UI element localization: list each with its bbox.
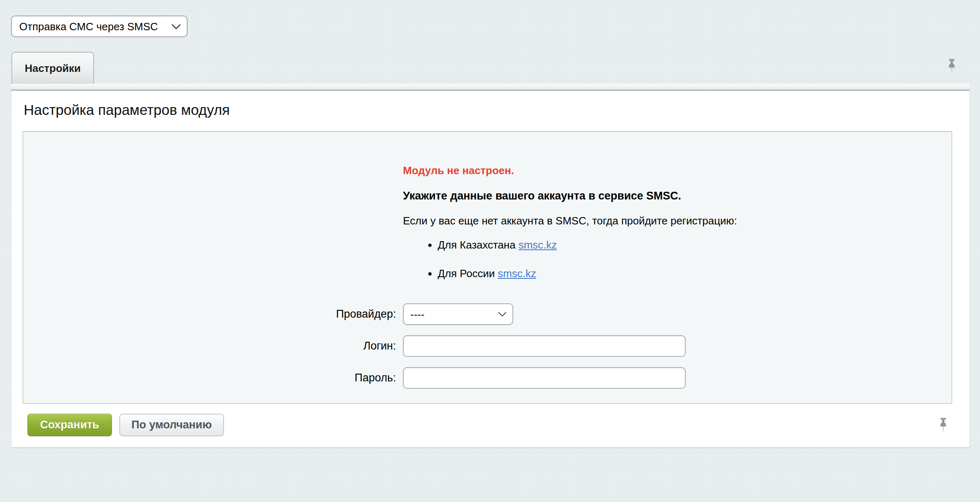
settings-box: Модуль не настроен. Укажите данные вашег… xyxy=(22,131,952,404)
pushpin-icon[interactable] xyxy=(948,59,956,75)
module-selector[interactable]: Отправка СМС через SMSC xyxy=(11,16,188,37)
content-panel: Настройка параметров модуля Модуль не на… xyxy=(11,91,970,448)
registration-hint: Если у вас еще нет аккаунта в SMSC, тогд… xyxy=(403,215,935,227)
tab-strip xyxy=(11,84,970,91)
save-button[interactable]: Сохранить xyxy=(27,414,112,436)
instruction-message: Укажите данные вашего аккаунта в сервисе… xyxy=(403,190,935,202)
list-item: Для Казахстана smsc.kz xyxy=(438,239,935,251)
smsc-kz-link[interactable]: smsc.kz xyxy=(519,239,557,251)
default-button[interactable]: По умолчанию xyxy=(119,414,224,436)
login-row: Логин: xyxy=(23,335,951,357)
error-message: Модуль не настроен. xyxy=(403,164,935,177)
login-input[interactable] xyxy=(403,335,686,357)
action-buttons: Сохранить По умолчанию xyxy=(27,414,224,436)
provider-label: Провайдер: xyxy=(23,308,403,320)
notice-block: Модуль не настроен. Укажите данные вашег… xyxy=(403,164,935,280)
provider-row: Провайдер: ---- xyxy=(23,303,951,325)
provider-select-wrap: ---- xyxy=(403,303,513,325)
login-label: Логин: xyxy=(23,340,403,352)
module-selector-wrap: Отправка СМС через SMSC xyxy=(11,16,188,37)
smsc-kz-link[interactable]: smsc.kz xyxy=(498,267,536,280)
tab-settings[interactable]: Настройки xyxy=(11,52,94,84)
page-title: Настройка параметров модуля xyxy=(24,102,230,118)
tab-settings-label: Настройки xyxy=(25,62,81,75)
registration-links-list: Для Казахстана smsc.kz Для России smsc.k… xyxy=(403,239,935,280)
link-prefix: Для Казахстана xyxy=(438,239,515,251)
pushpin-icon[interactable] xyxy=(939,418,947,434)
settings-form: Провайдер: ---- Логин: Парол xyxy=(23,303,951,389)
provider-select[interactable]: ---- xyxy=(403,303,513,325)
password-row: Пароль: xyxy=(23,367,951,389)
page-background: Отправка СМС через SMSC Настройки Настро… xyxy=(0,0,980,502)
list-item: Для России smsc.kz xyxy=(438,267,935,280)
password-label: Пароль: xyxy=(23,372,403,384)
password-input[interactable] xyxy=(403,367,686,389)
link-prefix: Для России xyxy=(438,267,495,280)
